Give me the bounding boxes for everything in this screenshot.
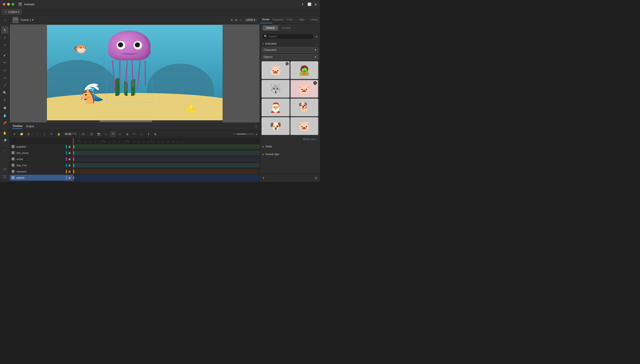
- camera-tl-tool[interactable]: 📷: [96, 131, 102, 137]
- lock-icon[interactable]: 🔓: [68, 176, 71, 179]
- sound-clips-section-header[interactable]: ▶ Sound clips: [262, 150, 318, 158]
- paint-tool[interactable]: 🖌: [1, 52, 9, 58]
- snap-icon[interactable]: ⊕: [231, 18, 233, 22]
- zoom-slider[interactable]: ↶ ▲: [233, 132, 258, 136]
- share-icon[interactable]: ⬆: [301, 2, 304, 6]
- wrap-tool[interactable]: ⬡: [117, 131, 123, 137]
- maximize-button[interactable]: [12, 3, 14, 6]
- search-input[interactable]: [269, 35, 311, 38]
- layer-row[interactable]: 🖼 seaweed 🔒: [10, 168, 73, 175]
- window-icon[interactable]: ⬜: [308, 2, 311, 6]
- zoom-control[interactable]: 100% ▾: [244, 18, 257, 22]
- document-tab[interactable]: ✕ Untitled-3: [2, 9, 22, 15]
- lasso-tool[interactable]: ⚬: [1, 42, 9, 48]
- layer-row[interactable]: 🖼 Star_Fish 🔒: [10, 162, 73, 168]
- lock-icon[interactable]: 🔒: [68, 146, 71, 148]
- play-tl[interactable]: ▶: [153, 131, 158, 137]
- visibility-tool[interactable]: 👁: [49, 131, 55, 137]
- pencil-tool[interactable]: ✏: [1, 59, 9, 66]
- home-tool[interactable]: ⌂: [1, 16, 9, 24]
- folder-tool[interactable]: 📁: [19, 131, 25, 137]
- select-tool[interactable]: ↖: [1, 26, 9, 34]
- asset-thumb-1[interactable]: 🐷 🔧: [262, 61, 290, 79]
- list-view-icon[interactable]: ≣: [315, 34, 318, 38]
- export-tl[interactable]: ⬆: [146, 131, 151, 137]
- track-row-seahorse: [73, 150, 260, 156]
- asset-thumb-7[interactable]: 🐶: [262, 117, 290, 135]
- crop-tool[interactable]: ▭: [103, 131, 109, 137]
- delete-tool[interactable]: 🗑: [26, 131, 32, 137]
- lock-icon[interactable]: 🔒: [68, 152, 71, 154]
- layer-row[interactable]: 🖼 Sea_Horse 🔒: [10, 150, 73, 156]
- canvas-area[interactable]: 🐡 🌊 🐴: [10, 24, 260, 122]
- camera-tool[interactable]: ⬡: [1, 166, 9, 173]
- asset-thumb-5[interactable]: 🎅: [262, 98, 290, 116]
- asset-char-1: 🐷: [270, 65, 281, 76]
- more-tools[interactable]: ···: [1, 147, 9, 154]
- slider-track[interactable]: [237, 134, 254, 134]
- dot-tool[interactable]: •: [35, 131, 40, 137]
- close-button[interactable]: [3, 3, 5, 6]
- show-next-btn[interactable]: Show next ↓: [262, 137, 318, 142]
- canvas-scrollbar[interactable]: [47, 120, 223, 122]
- asset-thumb-4[interactable]: 🐷 ✕: [290, 80, 318, 98]
- undo-tl[interactable]: ↶: [131, 131, 137, 137]
- asset-delete-btn[interactable]: ✕: [313, 81, 317, 85]
- record-tool[interactable]: ⬛: [89, 131, 94, 137]
- layer-row[interactable]: 🖼 corals 🔒: [10, 156, 73, 162]
- tab-assets[interactable]: Assets: [260, 16, 272, 23]
- layer-row[interactable]: 🖼 angelfish 🔒: [10, 144, 73, 150]
- filter-icon[interactable]: ⬦: [316, 42, 317, 45]
- rect-tool[interactable]: ▭: [1, 74, 9, 81]
- fill-tool[interactable]: ⬟: [1, 104, 9, 112]
- snap2-icon[interactable]: ⊞: [235, 18, 237, 22]
- frame-icon[interactable]: ▭: [240, 18, 242, 22]
- minimize-button[interactable]: [7, 3, 10, 6]
- tab-close-icon[interactable]: ✕: [5, 10, 7, 14]
- tab-output[interactable]: Output: [26, 124, 34, 129]
- lock-icon[interactable]: 🔒: [68, 164, 71, 166]
- view-default-btn[interactable]: Default: [263, 26, 278, 30]
- fullscreen-icon[interactable]: ▶: [315, 2, 317, 6]
- asset-thumb-6[interactable]: 🐕: [290, 98, 318, 116]
- add-layer-tool[interactable]: ⊕: [12, 131, 17, 137]
- pin-tool[interactable]: 📌: [1, 120, 9, 126]
- timeline-menu-icon[interactable]: ≡: [255, 125, 257, 128]
- canvas-color[interactable]: ⬛: [1, 173, 9, 180]
- eyedropper-tool[interactable]: 🔍: [1, 89, 9, 96]
- delete-panel-icon[interactable]: 🗑: [315, 176, 317, 180]
- dropper-tool[interactable]: 💧: [1, 112, 9, 119]
- shape-tool[interactable]: ◇: [1, 66, 9, 74]
- upload-icon[interactable]: ⬆: [263, 176, 265, 180]
- tentacle-2: [119, 60, 120, 85]
- lock-tool[interactable]: 🔒: [56, 131, 62, 137]
- asset-thumb-3[interactable]: 🐺: [262, 80, 290, 98]
- redo-tl[interactable]: -○: [138, 131, 144, 137]
- text-tool[interactable]: T: [1, 97, 9, 104]
- view-custom-btn[interactable]: Custom: [278, 26, 294, 30]
- scene-icon[interactable]: 🎬: [13, 17, 19, 23]
- tab-color[interactable]: Color: [284, 16, 296, 23]
- animated-section-header[interactable]: ▾ Animated ⬦: [262, 40, 318, 47]
- lock-icon[interactable]: 🔒: [68, 170, 71, 173]
- zoom-tool[interactable]: 🔎: [1, 137, 9, 144]
- characters-dropdown[interactable]: Characters ▾: [262, 47, 318, 53]
- tab-timeline[interactable]: Timeline: [13, 124, 23, 129]
- static-section-header[interactable]: ▶ Static: [262, 142, 318, 150]
- asset-thumb-8[interactable]: 🐷: [290, 117, 318, 135]
- split-tool[interactable]: ⧩: [110, 131, 116, 137]
- tab-library[interactable]: Library: [308, 16, 320, 23]
- lock-icon[interactable]: 🔒: [68, 158, 71, 160]
- layer-row-active[interactable]: 🖼 jellyfish 🔓: [10, 175, 73, 181]
- line-tool[interactable]: ╱: [1, 82, 9, 89]
- keyframe-tool[interactable]: ▯: [42, 131, 47, 137]
- color-tl-tool[interactable]: ◑: [124, 131, 130, 137]
- hand-tool[interactable]: ✋: [1, 130, 9, 136]
- asset-info-icon[interactable]: 🔧: [286, 62, 289, 65]
- asset-thumb-2[interactable]: 🧟: [290, 61, 318, 79]
- tab-align[interactable]: Align: [296, 16, 308, 23]
- transform-tool[interactable]: ⤢: [1, 34, 9, 41]
- tab-properties[interactable]: Properties: [272, 16, 284, 23]
- objects-dropdown[interactable]: Objects ▾: [262, 54, 318, 60]
- scene-selector[interactable]: Scene 1 ▾: [21, 18, 34, 22]
